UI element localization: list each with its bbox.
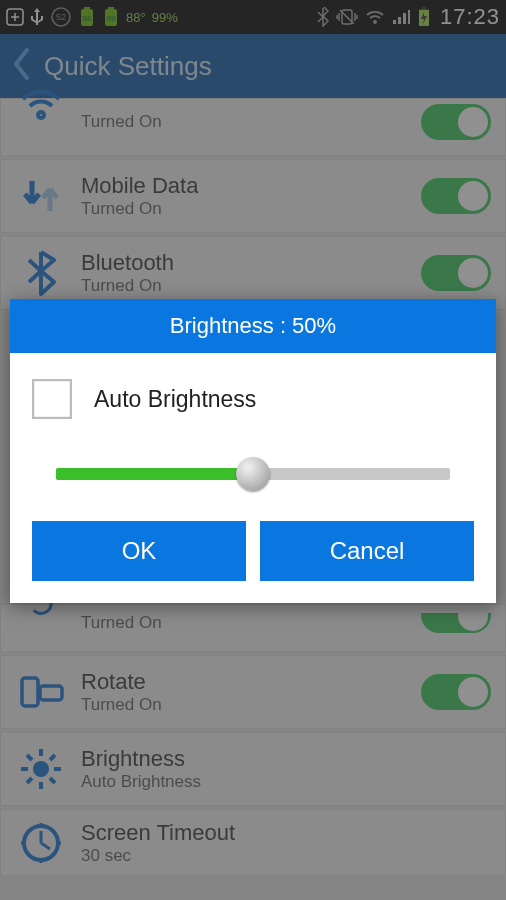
auto-brightness-checkbox[interactable] [32,379,72,419]
ok-button[interactable]: OK [32,521,246,581]
cancel-button[interactable]: Cancel [260,521,474,581]
auto-brightness-label: Auto Brightness [94,386,256,413]
brightness-dialog: Brightness : 50% Auto Brightness OK Canc… [10,299,496,603]
slider-thumb[interactable] [236,457,270,491]
slider-fill [56,468,253,480]
brightness-slider[interactable] [56,457,450,491]
dialog-title: Brightness : 50% [10,299,496,353]
